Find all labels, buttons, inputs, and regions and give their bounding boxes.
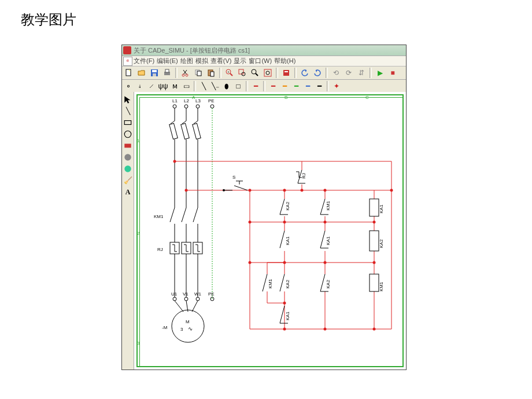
page-title: 教学图片 <box>0 0 532 29</box>
